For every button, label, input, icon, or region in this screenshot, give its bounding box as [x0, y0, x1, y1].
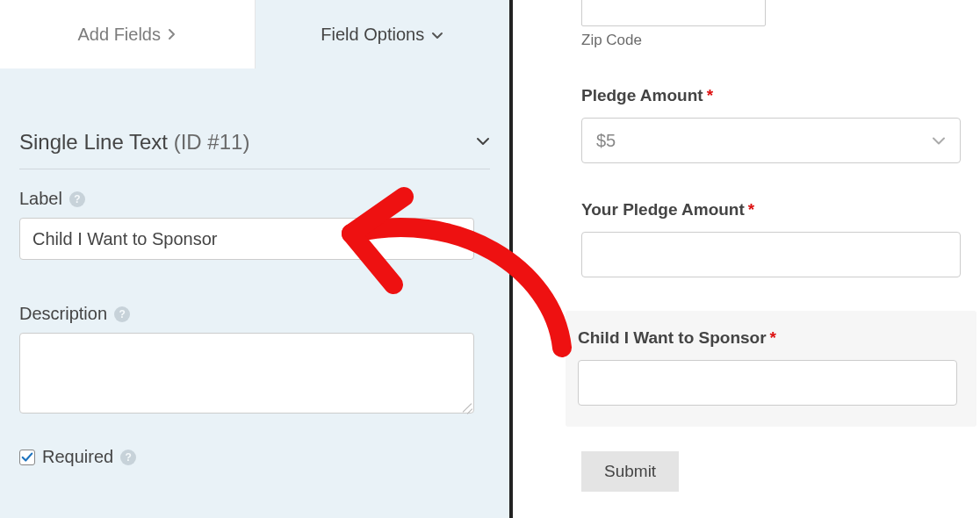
description-caption: Description — [19, 304, 107, 324]
chevron-down-icon — [476, 134, 490, 150]
child-sponsor-input[interactable] — [578, 360, 957, 406]
zip-code-label: Zip Code — [581, 32, 961, 49]
your-pledge-amount-label: Your Pledge Amount* — [581, 200, 961, 219]
tab-field-options-label: Field Options — [321, 25, 424, 45]
required-star-icon: * — [748, 200, 754, 219]
chevron-right-icon — [168, 25, 177, 45]
field-description-input[interactable] — [19, 333, 474, 414]
child-sponsor-label-text: Child I Want to Sponsor — [578, 328, 767, 347]
label-caption: Label — [19, 189, 62, 209]
tab-add-fields-label: Add Fields — [78, 25, 162, 45]
field-type-name: Single Line Text — [19, 130, 168, 154]
selected-field-block[interactable]: Child I Want to Sponsor* — [566, 311, 976, 427]
tab-add-fields[interactable]: Add Fields — [0, 0, 256, 68]
tab-field-options[interactable]: Field Options — [256, 0, 510, 68]
submit-button[interactable]: Submit — [581, 451, 679, 492]
help-icon[interactable]: ? — [120, 450, 136, 465]
required-caption: Required — [42, 447, 113, 467]
required-star-icon: * — [707, 86, 713, 104]
field-options-sidebar: Add Fields Field Options Single Line Tex… — [0, 0, 509, 518]
field-type-title: Single Line Text (ID #11) — [19, 130, 249, 155]
pledge-amount-label-text: Pledge Amount — [581, 86, 703, 104]
required-row[interactable]: Required ? — [19, 447, 490, 467]
required-star-icon: * — [770, 328, 776, 347]
chevron-down-icon — [932, 131, 946, 151]
pledge-amount-select[interactable]: $5 — [581, 118, 961, 163]
help-icon[interactable]: ? — [69, 191, 85, 207]
field-id-text: (ID #11) — [174, 130, 250, 154]
zip-code-input[interactable] — [581, 0, 766, 26]
field-label-input[interactable] — [19, 218, 474, 260]
form-preview-panel: Zip Code Pledge Amount* $5 Your Pledge A… — [509, 0, 980, 518]
your-pledge-amount-label-text: Your Pledge Amount — [581, 200, 745, 219]
your-pledge-amount-input[interactable] — [581, 232, 961, 277]
chevron-down-icon — [431, 25, 443, 45]
sidebar-tabs: Add Fields Field Options — [0, 0, 509, 68]
pledge-amount-label: Pledge Amount* — [581, 86, 961, 105]
zip-code-field: Zip Code — [581, 0, 961, 49]
required-checkbox[interactable] — [19, 450, 35, 465]
field-header[interactable]: Single Line Text (ID #11) — [19, 95, 490, 169]
help-icon[interactable]: ? — [114, 306, 130, 322]
pledge-amount-selected-value: $5 — [596, 131, 616, 151]
child-sponsor-label: Child I Want to Sponsor* — [578, 328, 964, 348]
